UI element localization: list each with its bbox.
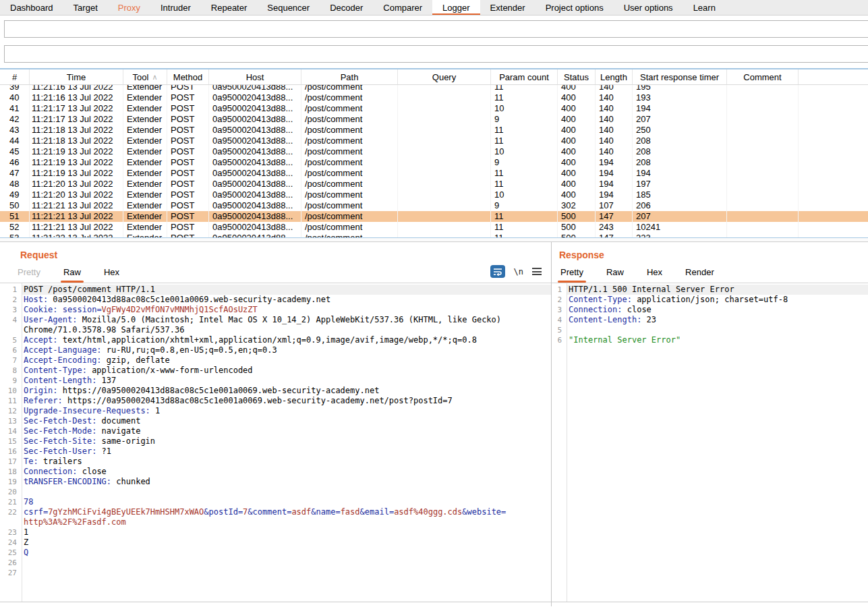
table-row[interactable]: 4811:21:20 13 Jul 2022ExtenderPOST0a9500… — [0, 179, 868, 190]
table-row[interactable]: 4011:21:16 13 Jul 2022ExtenderPOST0a9500… — [0, 92, 868, 103]
response-tab-raw[interactable]: Raw — [604, 267, 627, 283]
code-text: Referer: https://0a9500020413d88ac08c5c1… — [22, 396, 551, 406]
table-row-selected[interactable]: 5111:21:21 13 Jul 2022ExtenderPOST0a9500… — [0, 211, 868, 222]
table-row[interactable]: 4111:21:17 13 Jul 2022ExtenderPOST0a9500… — [0, 103, 868, 114]
response-tab-hex[interactable]: Hex — [644, 267, 665, 283]
cell-host: 0a9500020413d88... — [209, 179, 301, 190]
logger-table-body[interactable]: 3911:21:16 13 Jul 2022ExtenderPOST0a9500… — [0, 85, 868, 238]
view-filter-bar[interactable]: View filter: Showing all items — [4, 45, 868, 63]
code-text: Accept: text/html,application/xhtml+xml,… — [22, 335, 551, 345]
cell-param-count: 9 — [491, 114, 558, 125]
table-row[interactable]: 5011:21:21 13 Jul 2022ExtenderPOST0a9500… — [0, 200, 868, 211]
cell-comment — [727, 179, 799, 190]
response-tab-pretty[interactable]: Pretty — [558, 267, 586, 283]
table-row[interactable]: 3911:21:16 13 Jul 2022ExtenderPOST0a9500… — [0, 85, 868, 92]
cell-param-count: 11 — [491, 125, 558, 136]
cell-method: POST — [167, 157, 209, 168]
line-number: 1 — [552, 285, 567, 295]
request-tab-pretty[interactable]: Pretty — [15, 267, 43, 283]
table-row[interactable]: 5311:21:22 13 Jul 2022ExtenderPOST0a9500… — [0, 233, 868, 238]
column-header-label: Method — [173, 72, 202, 82]
top-tab-learn[interactable]: Learn — [683, 0, 726, 15]
cell-query — [398, 211, 491, 222]
top-tab-extender[interactable]: Extender — [480, 0, 536, 15]
table-row[interactable]: 4711:21:19 13 Jul 2022ExtenderPOST0a9500… — [0, 168, 868, 179]
request-tab-raw[interactable]: Raw — [61, 267, 84, 283]
line-number: 17 — [0, 457, 22, 467]
cell-path: /post/comment — [301, 233, 398, 238]
code-segment: Te: — [24, 457, 38, 466]
capture-filter-bar[interactable]: Capture filter: Logger memory limit set … — [4, 20, 868, 38]
cell-start-response-timer: 194 — [633, 168, 727, 179]
column-header-label: Status — [564, 72, 589, 82]
column-header-path[interactable]: Path — [301, 69, 398, 84]
table-row[interactable]: 5211:21:21 13 Jul 2022ExtenderPOST0a9500… — [0, 222, 868, 233]
cell-comment — [727, 200, 799, 211]
code-segment: Connection: — [569, 305, 622, 314]
word-wrap-icon[interactable] — [490, 265, 505, 278]
top-tab-intruder[interactable]: Intruder — [150, 0, 201, 15]
column-header-start-response-timer[interactable]: Start response timer — [633, 69, 727, 84]
table-row[interactable]: 4911:21:20 13 Jul 2022ExtenderPOST0a9500… — [0, 190, 868, 200]
cell-query — [398, 92, 491, 103]
code-line: 2178 — [0, 497, 551, 507]
column-header-label: Comment — [743, 72, 781, 82]
top-tab-comparer[interactable]: Comparer — [373, 0, 432, 15]
column-header-tool[interactable]: Tool∧ — [123, 69, 167, 84]
top-tab-logger[interactable]: Logger — [432, 0, 480, 15]
column-header-time[interactable]: Time — [30, 69, 123, 84]
table-row[interactable]: 4411:21:18 13 Jul 2022ExtenderPOST0a9500… — [0, 136, 868, 146]
cell-query — [398, 103, 491, 114]
column-header-param-count[interactable]: Param count — [491, 69, 558, 84]
table-row[interactable]: 4211:21:17 13 Jul 2022ExtenderPOST0a9500… — [0, 114, 868, 125]
menu-icon[interactable] — [532, 268, 542, 275]
top-tab-sequencer[interactable]: Sequencer — [257, 0, 320, 15]
cell-query — [398, 222, 491, 233]
top-tab-decoder[interactable]: Decoder — [320, 0, 373, 15]
code-segment: 78 — [24, 497, 33, 507]
cell-comment — [727, 157, 799, 168]
column-header-status[interactable]: Status — [558, 69, 596, 84]
code-text: Z — [22, 538, 551, 548]
sort-asc-icon: ∧ — [152, 73, 157, 82]
code-segment: Cookie: — [24, 305, 58, 314]
code-segment: &postId= — [204, 507, 243, 517]
line-number: 23 — [0, 527, 22, 538]
code-line: 3Cookie: session=VgFWy4D2vMfON7vMNMhjQ1S… — [0, 305, 551, 315]
cell-method: POST — [167, 103, 209, 114]
column-header-host[interactable]: Host — [209, 69, 301, 84]
column-header-length[interactable]: Length — [596, 69, 633, 84]
top-tab-target[interactable]: Target — [63, 0, 108, 15]
cell-comment — [727, 211, 799, 222]
column-header-method[interactable]: Method — [167, 69, 209, 84]
request-editor[interactable]: 1POST /post/comment HTTP/1.12Host: 0a950… — [0, 283, 551, 602]
top-tab-repeater[interactable]: Repeater — [201, 0, 257, 15]
top-tab-dashboard[interactable]: Dashboard — [0, 0, 63, 15]
cell-length: 140 — [596, 85, 633, 92]
cell-host: 0a9500020413d88... — [209, 233, 301, 238]
code-text: Sec-Fetch-Site: same-origin — [22, 436, 551, 446]
table-row[interactable]: 4511:21:19 13 Jul 2022ExtenderPOST0a9500… — [0, 146, 868, 157]
code-text: Content-Type: application/x-www-form-url… — [22, 366, 551, 376]
cell-length: 194 — [596, 168, 633, 179]
request-tab-hex[interactable]: Hex — [101, 267, 122, 283]
column-header-query[interactable]: Query — [398, 69, 491, 84]
code-segment: ru-RU,ru;q=0.8,en-US;q=0.5,en;q=0.3 — [102, 345, 277, 355]
newline-toggle-icon[interactable]: \n — [514, 267, 523, 277]
table-row[interactable]: 4311:21:18 13 Jul 2022ExtenderPOST0a9500… — [0, 125, 868, 136]
column-header-comment[interactable]: Comment — [727, 69, 799, 84]
cell-comment — [727, 190, 799, 200]
response-tab-render[interactable]: Render — [683, 267, 717, 283]
cell-time: 11:21:19 13 Jul 2022 — [30, 168, 123, 179]
top-tab-proxy[interactable]: Proxy — [108, 0, 150, 15]
code-segment: &email= — [360, 507, 395, 517]
top-tab-user-options[interactable]: User options — [614, 0, 683, 15]
code-segment: application/x-www-form-urlencoded — [87, 366, 253, 375]
code-segment: POST /post/comment HTTP/1.1 — [24, 285, 155, 294]
top-tab-project-options[interactable]: Project options — [536, 0, 614, 15]
cell-start-response-timer: 193 — [633, 92, 727, 103]
column-header-num[interactable]: # — [0, 69, 30, 84]
code-segment: 7gYzhMCiFvi4gBEyUEEk7HmHSHM7xWAO — [48, 507, 204, 517]
table-row[interactable]: 4611:21:19 13 Jul 2022ExtenderPOST0a9500… — [0, 157, 868, 168]
response-editor[interactable]: 1HTTP/1.1 500 Internal Server Error2Cont… — [552, 283, 868, 602]
